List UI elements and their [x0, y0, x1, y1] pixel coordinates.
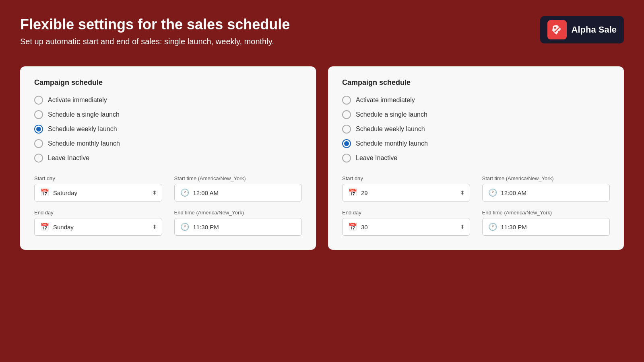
radio-circle-activate-immediately-left	[34, 96, 43, 105]
header-text: Flexible settings for the sales schedule…	[20, 16, 290, 46]
field-start-time-left: Start time (America/New_York) 🕐 12:00 AM	[174, 175, 302, 202]
field-start-day-left: Start day 📅 Saturday	[34, 175, 162, 202]
calendar-icon-start-left: 📅	[40, 188, 49, 197]
radio-circle-monthly-launch-right	[342, 139, 351, 148]
svg-point-0	[554, 27, 556, 29]
field-start-day-value-left: Saturday	[53, 189, 156, 196]
radio-label-weekly-launch-left: Schedule weekly launch	[48, 125, 117, 133]
field-end-time-label-left: End time (America/New_York)	[174, 210, 302, 216]
radio-label-activate-immediately-right: Activate immediately	[356, 97, 415, 104]
radio-leave-inactive-right[interactable]: Leave Inactive	[342, 154, 610, 162]
cards-container: Campaign schedule Activate immediately S…	[20, 66, 624, 250]
field-start-time-label-right: Start time (America/New_York)	[482, 175, 610, 181]
radio-circle-weekly-launch-right	[342, 125, 351, 134]
calendar-icon-end-left: 📅	[40, 222, 49, 231]
field-start-day-input-left[interactable]: 📅 Saturday	[34, 184, 162, 202]
card-left-radio-group: Activate immediately Schedule a single l…	[34, 96, 302, 162]
radio-monthly-launch-left[interactable]: Schedule monthly launch	[34, 139, 302, 148]
radio-label-single-launch-left: Schedule a single launch	[48, 111, 120, 118]
radio-single-launch-right[interactable]: Schedule a single launch	[342, 110, 610, 119]
field-end-day-value-right: 30	[361, 224, 464, 230]
field-end-time-value-left: 11:30 PM	[193, 224, 296, 230]
radio-label-leave-inactive-left: Leave Inactive	[48, 154, 89, 162]
field-end-time-label-right: End time (America/New_York)	[482, 210, 610, 216]
radio-label-leave-inactive-right: Leave Inactive	[356, 154, 397, 162]
field-end-time-left: End time (America/New_York) 🕐 11:30 PM	[174, 210, 302, 236]
radio-activate-immediately-left[interactable]: Activate immediately	[34, 96, 302, 105]
brand-icon	[547, 20, 567, 39]
calendar-icon-start-right: 📅	[348, 188, 357, 197]
radio-circle-weekly-launch-left	[34, 125, 43, 134]
calendar-icon-end-right: 📅	[348, 222, 357, 231]
field-start-time-value-right: 12:00 AM	[501, 189, 604, 196]
radio-monthly-launch-right[interactable]: Schedule monthly launch	[342, 139, 610, 148]
field-end-time-input-left[interactable]: 🕐 11:30 PM	[174, 218, 302, 236]
field-end-day-value-left: Sunday	[53, 224, 156, 230]
field-end-time-input-right[interactable]: 🕐 11:30 PM	[482, 218, 610, 236]
radio-leave-inactive-left[interactable]: Leave Inactive	[34, 154, 302, 162]
radio-circle-leave-inactive-left	[34, 154, 43, 162]
header: Flexible settings for the sales schedule…	[20, 16, 624, 46]
field-end-day-label-left: End day	[34, 210, 162, 216]
radio-circle-single-launch-left	[34, 110, 43, 119]
field-start-time-right: Start time (America/New_York) 🕐 12:00 AM	[482, 175, 610, 202]
field-start-day-label-left: Start day	[34, 175, 162, 181]
card-right-fields: Start day 📅 29 Start time (America/New_Y…	[342, 175, 610, 236]
brand-badge: Alpha Sale	[540, 16, 624, 43]
field-end-day-right: End day 📅 30	[342, 210, 470, 236]
field-end-day-input-right[interactable]: 📅 30	[342, 218, 470, 236]
svg-point-2	[558, 31, 560, 33]
clock-icon-end-left: 🕐	[180, 222, 189, 231]
radio-circle-single-launch-right	[342, 110, 351, 119]
field-start-time-value-left: 12:00 AM	[193, 189, 296, 196]
field-start-day-input-right[interactable]: 📅 29	[342, 184, 470, 202]
radio-label-monthly-launch-right: Schedule monthly launch	[356, 140, 428, 147]
field-start-day-right: Start day 📅 29	[342, 175, 470, 202]
radio-label-monthly-launch-left: Schedule monthly launch	[48, 140, 120, 147]
field-end-day-input-left[interactable]: 📅 Sunday	[34, 218, 162, 236]
page-title: Flexible settings for the sales schedule	[20, 16, 290, 33]
radio-label-single-launch-right: Schedule a single launch	[356, 111, 427, 118]
radio-circle-leave-inactive-right	[342, 154, 351, 162]
radio-weekly-launch-left[interactable]: Schedule weekly launch	[34, 125, 302, 134]
clock-icon-start-right: 🕐	[488, 188, 497, 197]
page-subtitle: Set up automatic start and end of sales:…	[20, 37, 290, 46]
field-start-time-input-right[interactable]: 🕐 12:00 AM	[482, 184, 610, 202]
brand-name: Alpha Sale	[572, 25, 617, 35]
field-end-time-right: End time (America/New_York) 🕐 11:30 PM	[482, 210, 610, 236]
radio-label-weekly-launch-right: Schedule weekly launch	[356, 125, 425, 133]
field-start-day-value-right: 29	[361, 189, 464, 196]
clock-icon-end-right: 🕐	[488, 222, 497, 231]
field-start-time-label-left: Start time (America/New_York)	[174, 175, 302, 181]
field-start-time-input-left[interactable]: 🕐 12:00 AM	[174, 184, 302, 202]
card-right-title: Campaign schedule	[342, 78, 610, 87]
card-right: Campaign schedule Activate immediately S…	[328, 66, 624, 250]
card-right-radio-group: Activate immediately Schedule a single l…	[342, 96, 610, 162]
radio-activate-immediately-right[interactable]: Activate immediately	[342, 96, 610, 105]
field-end-day-left: End day 📅 Sunday	[34, 210, 162, 236]
radio-label-activate-immediately-left: Activate immediately	[48, 97, 107, 104]
field-end-time-value-right: 11:30 PM	[501, 224, 604, 230]
radio-weekly-launch-right[interactable]: Schedule weekly launch	[342, 125, 610, 134]
radio-circle-monthly-launch-left	[34, 139, 43, 148]
card-left-title: Campaign schedule	[34, 78, 302, 87]
card-left-fields: Start day 📅 Saturday Start time (America…	[34, 175, 302, 236]
clock-icon-start-left: 🕐	[180, 188, 189, 197]
field-start-day-label-right: Start day	[342, 175, 470, 181]
radio-circle-activate-immediately-right	[342, 96, 351, 105]
card-left: Campaign schedule Activate immediately S…	[20, 66, 316, 250]
radio-single-launch-left[interactable]: Schedule a single launch	[34, 110, 302, 119]
page-wrapper: Flexible settings for the sales schedule…	[0, 0, 644, 362]
field-end-day-label-right: End day	[342, 210, 470, 216]
